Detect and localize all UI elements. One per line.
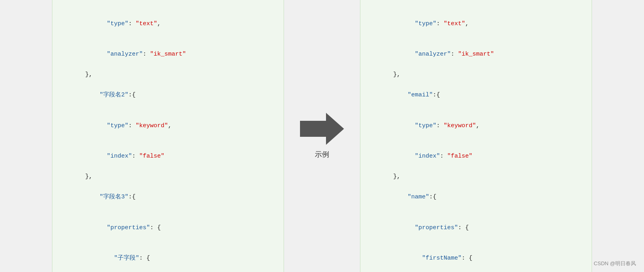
left-line-11: "index": "false" [64,141,272,172]
right-line-6: "type": "text", [372,8,580,39]
left-line-8: }, [64,70,272,80]
right-line-11: "index": "false" [372,141,580,172]
right-line-12: }, [372,172,580,182]
left-line-13: "字段名3":{ [64,182,272,213]
arrow-label: 示例 [315,150,329,159]
arrow-container: 示例 [300,113,344,159]
left-line-9: "字段名2":{ [64,80,272,111]
right-line-7: "analyzer": "ik_smart" [372,39,580,70]
right-code-panel: PUT /heima { "mappings": { "properties":… [360,0,592,272]
left-line-10: "type": "keyword", [64,110,272,141]
left-line-15: "子字段": { [64,243,272,272]
svg-marker-0 [300,113,344,145]
left-line-14: "properties": { [64,212,272,243]
right-line-13: "name":{ [372,182,580,213]
right-line-8: }, [372,70,580,80]
right-line-9: "email":{ [372,80,580,111]
left-line-12: }, [64,172,272,182]
left-line-7: "analyzer": "ik_smart" [64,39,272,70]
right-line-5: "info":{ [372,0,580,8]
right-line-15: "firstName": { [372,243,580,272]
left-line-6: "type": "text", [64,8,272,39]
left-code-panel: PUT /索引库名称 { "mappings": { "properties":… [52,0,284,272]
right-line-10: "type": "keyword", [372,110,580,141]
left-line-5: "字段名":{ [64,0,272,8]
arrow-icon [300,113,344,145]
watermark: CSDN @明日春风 [594,260,636,267]
right-line-14: "properties": { [372,212,580,243]
